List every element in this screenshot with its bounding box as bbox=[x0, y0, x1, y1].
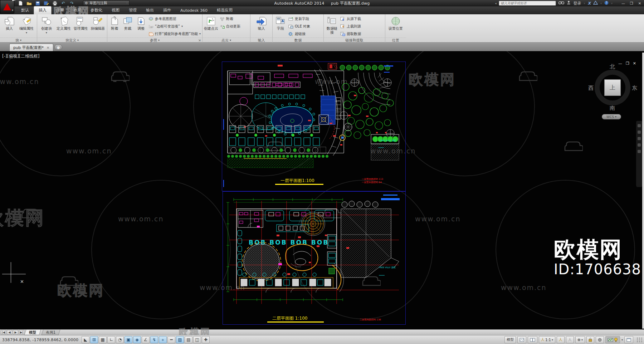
insert-block-button[interactable]: 插入 bbox=[1, 15, 17, 37]
annotation-visibility-button[interactable]: 人 bbox=[557, 336, 565, 343]
tab-output[interactable]: 输出 bbox=[141, 6, 158, 14]
grid-display-toggle[interactable]: ▦ bbox=[99, 336, 107, 343]
close-icon[interactable]: ✕ bbox=[47, 46, 49, 50]
search-binoculars-icon[interactable] bbox=[558, 1, 564, 6]
chevron-down-icon[interactable]: ▾ bbox=[26, 31, 27, 35]
sign-in-label[interactable]: 登录 bbox=[573, 1, 581, 6]
tab-insert[interactable]: 插入 bbox=[34, 6, 52, 14]
snap-to-underlay-row[interactable]: 打开“捕捉到参考底图”功能 ▾ bbox=[148, 31, 201, 36]
object-snap-toggle[interactable]: ▣ bbox=[125, 336, 132, 343]
prev-layout-button[interactable]: ◀ bbox=[7, 330, 12, 335]
help-search-input[interactable] bbox=[499, 1, 556, 6]
frame-option-row[interactable]: (x) “边框可变选项” ▾ bbox=[148, 24, 201, 29]
annotation-monitor-toggle[interactable]: ✚ bbox=[202, 336, 210, 343]
tab-featured-apps[interactable]: 精选应用 bbox=[212, 6, 237, 14]
application-menu-button[interactable]: ▾ bbox=[0, 0, 14, 14]
auto-update-row[interactable]: 自动更新 bbox=[220, 24, 249, 29]
underlay-layers-row[interactable]: 参考底图图层 bbox=[148, 16, 201, 21]
tab-plugins[interactable]: 插件 bbox=[158, 6, 176, 14]
plan1-viewport[interactable]: FREE VILLY 酒吧 一层平面图1:100 一层室内面积约 113 一层室… bbox=[222, 62, 406, 191]
workspace-gear-button[interactable]: ⚙▾ bbox=[575, 336, 585, 343]
toolbar-lock-button[interactable] bbox=[586, 336, 594, 343]
hardware-acceleration-button[interactable] bbox=[596, 336, 604, 343]
help-icon[interactable]: ? bbox=[604, 1, 609, 6]
update-field-row[interactable]: 更新字段 bbox=[288, 16, 322, 21]
attach-button[interactable]: 附着 bbox=[109, 15, 121, 37]
close-button[interactable]: ✕ bbox=[637, 1, 642, 5]
selection-cycling-toggle[interactable]: ◫ bbox=[193, 336, 201, 343]
dynamic-input-toggle[interactable]: ＋ bbox=[159, 336, 167, 343]
tab-layout[interactable]: 布局 bbox=[69, 6, 86, 14]
clip-button[interactable]: 剪裁 bbox=[122, 15, 134, 37]
block-editor-button[interactable]: 块编辑器 bbox=[90, 15, 106, 37]
new-tab-button[interactable]: ● bbox=[54, 44, 62, 50]
panel-reference-title[interactable]: 参照▾ ⇲ bbox=[107, 38, 202, 43]
quick-view-drawings-button[interactable] bbox=[528, 336, 537, 343]
viewcube-west[interactable]: 西 bbox=[588, 85, 594, 92]
infocenter-collapse-icon[interactable]: ◂ bbox=[495, 2, 496, 5]
tab-annotate[interactable]: 注释 bbox=[52, 6, 69, 14]
panel-block-definition-title[interactable]: 块定义▾ bbox=[37, 38, 107, 43]
lineweight-toggle[interactable]: ━ bbox=[167, 336, 175, 343]
navigation-bar[interactable] bbox=[636, 121, 642, 187]
set-location-button[interactable]: 设置位置 bbox=[389, 15, 403, 37]
chevron-down-icon[interactable]: ▾ bbox=[46, 31, 47, 35]
auto-scale-button[interactable]: 人 bbox=[566, 336, 574, 343]
manage-attributes-button[interactable]: 管理属性 bbox=[73, 15, 89, 37]
tab-view[interactable]: 视图 bbox=[107, 6, 124, 14]
point-cloud-attach-row[interactable]: 附着 bbox=[220, 16, 249, 21]
wcs-dropdown[interactable]: WCS▾ bbox=[602, 114, 621, 119]
ole-object-row[interactable]: OLE 对象 bbox=[288, 24, 322, 29]
dynamic-ucs-toggle[interactable]: ↯ bbox=[150, 336, 158, 343]
panel-point-cloud-title[interactable]: 点云▾ bbox=[203, 38, 250, 43]
plan2-viewport[interactable]: BOB BOB BOB BOB bbox=[223, 191, 406, 325]
maximize-button[interactable]: ❐ bbox=[629, 1, 634, 5]
quick-properties-toggle[interactable]: ▤ bbox=[185, 336, 192, 343]
hyperlink-row[interactable]: 超链接 bbox=[288, 31, 322, 36]
exchange-apps-icon[interactable]: X bbox=[587, 1, 590, 6]
quick-view-layouts-button[interactable] bbox=[517, 336, 526, 343]
autodesk360-icon[interactable] bbox=[593, 1, 598, 6]
3d-object-snap-toggle[interactable]: ◈ bbox=[133, 336, 141, 343]
vertical-scrollbar[interactable] bbox=[642, 53, 644, 329]
import-button[interactable]: 输入 bbox=[254, 15, 269, 37]
isolate-objects-group[interactable] bbox=[605, 336, 620, 343]
coordinates-readout[interactable]: 338794.8358, -178959.8462, 0.0000 bbox=[2, 338, 78, 342]
define-attributes-button[interactable]: 定义属性 bbox=[56, 15, 72, 37]
clean-screen-button[interactable] bbox=[624, 336, 633, 343]
tab-parametric[interactable]: 参数化 bbox=[86, 6, 107, 14]
chevron-down-icon[interactable]: ▾ bbox=[611, 2, 613, 5]
infer-constraints-toggle[interactable]: ◣ bbox=[82, 336, 89, 343]
chevron-down-icon[interactable]: ▾ bbox=[600, 2, 602, 5]
layout1-tab[interactable]: 布局1 bbox=[42, 330, 60, 335]
model-tab[interactable]: 模型 bbox=[24, 330, 41, 335]
object-snap-tracking-toggle[interactable]: ∠ bbox=[142, 336, 150, 343]
minimize-button[interactable]: — bbox=[621, 1, 626, 5]
viewcube-south[interactable]: 南 bbox=[610, 105, 615, 112]
extract-data-row[interactable]: 提取数据 bbox=[340, 31, 384, 36]
upload-to-source-row[interactable]: 上载到源 bbox=[340, 24, 384, 29]
viewcube-top-face[interactable]: 上 bbox=[604, 79, 621, 96]
viewcube-north[interactable]: 北 bbox=[610, 63, 615, 70]
ortho-mode-toggle[interactable]: ∟ bbox=[107, 336, 115, 343]
field-button[interactable]: A 字段 bbox=[274, 15, 287, 37]
annotation-scale-button[interactable]: 人 1:1 ▾ bbox=[539, 336, 555, 343]
chevron-down-icon[interactable]: ▾ bbox=[621, 338, 623, 341]
edit-attributes-button[interactable]: 编辑属性 ▾ bbox=[19, 15, 34, 37]
user-icon[interactable] bbox=[567, 1, 571, 6]
tab-default[interactable]: 默认 bbox=[16, 6, 34, 14]
tab-autodesk360[interactable]: Autodesk 360 bbox=[176, 7, 212, 14]
model-space-button[interactable]: 模型 bbox=[504, 336, 516, 343]
download-from-source-row[interactable]: 从源下载 bbox=[340, 16, 384, 21]
adjust-button[interactable]: 调整 bbox=[135, 15, 147, 37]
chevron-down-icon[interactable]: ▾ bbox=[584, 2, 585, 5]
next-layout-button[interactable]: ▶ bbox=[13, 330, 18, 335]
data-link-button[interactable]: 数据链接 bbox=[325, 15, 339, 37]
viewport-controls-label[interactable]: [-][俯视][二维线框] bbox=[2, 53, 39, 59]
transparency-toggle[interactable]: ▨ bbox=[176, 336, 184, 343]
create-point-cloud-button[interactable]: 创建点云 bbox=[204, 15, 218, 37]
resize-grip[interactable] bbox=[637, 338, 643, 342]
first-layout-button[interactable]: |◀ bbox=[1, 330, 6, 335]
last-layout-button[interactable]: ▶| bbox=[19, 330, 24, 335]
create-block-button[interactable]: 创建块 ▾ bbox=[39, 15, 54, 37]
